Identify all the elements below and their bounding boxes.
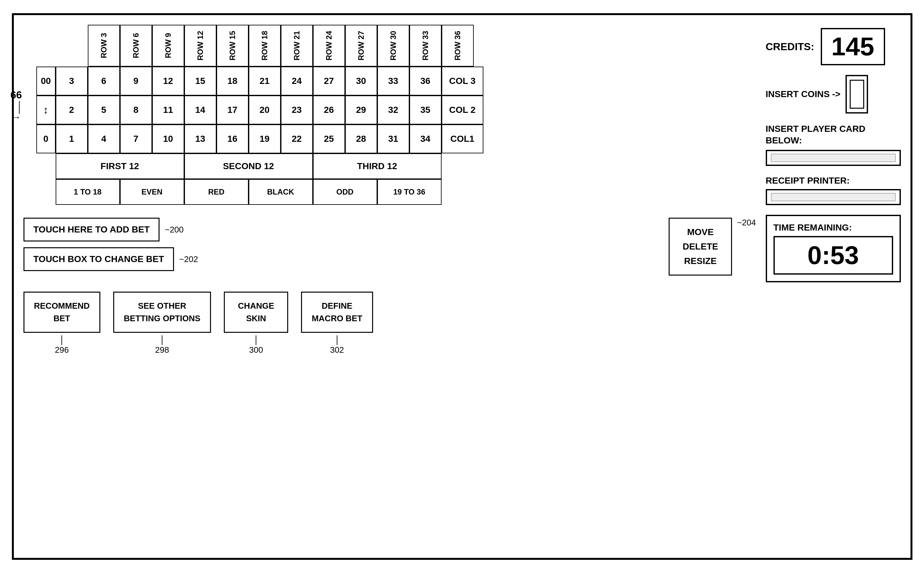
cell-27[interactable]: 27 (313, 67, 345, 96)
cell-32[interactable]: 32 (377, 96, 409, 124)
time-label: TIME REMAINING: (774, 222, 893, 233)
bet-odd[interactable]: ODD (313, 179, 377, 205)
change-skin-wrapper: CHANGESKIN 300 (224, 292, 288, 355)
bet-black[interactable]: BLACK (249, 179, 313, 205)
move-delete-button[interactable]: MOVEDELETERESIZE (669, 218, 732, 276)
touch-change-row: TOUCH BOX TO CHANGE BET ~202 (23, 247, 198, 271)
row-header-18: ROW 18 (249, 25, 281, 67)
outer-frame: 66 → ROW 3 ROW 6 ROW 9 ROW 12 ROW 15 ROW… (12, 13, 912, 560)
cell-18[interactable]: 18 (216, 67, 249, 96)
cell-4[interactable]: 4 (88, 124, 120, 153)
grid-row-col3: 00 3 6 9 12 15 18 21 24 27 30 33 36 COL … (36, 67, 756, 96)
time-value: 0:53 (774, 236, 893, 275)
bet-1to18[interactable]: 1 TO 18 (56, 179, 120, 205)
coin-slot-inner (850, 80, 864, 109)
bet-red[interactable]: RED (184, 179, 249, 205)
cell-30[interactable]: 30 (345, 67, 377, 96)
change-skin-button[interactable]: CHANGESKIN (224, 292, 288, 333)
credits-value: 145 (821, 28, 885, 65)
cell-14[interactable]: 14 (184, 96, 216, 124)
cell-3[interactable]: 3 (56, 67, 88, 96)
insert-coins-section: INSERT COINS -> (766, 75, 901, 114)
bet-19to36[interactable]: 19 TO 36 (377, 179, 442, 205)
row-header-6: ROW 6 (120, 25, 152, 67)
cell-0[interactable]: 0 (36, 124, 56, 153)
second-12[interactable]: SECOND 12 (184, 153, 313, 179)
receipt-printer-section: RECEIPT PRINTER: (766, 175, 901, 205)
cell-5[interactable]: 5 (88, 96, 120, 124)
cell-35[interactable]: 35 (409, 96, 442, 124)
ref-298: 298 (155, 345, 169, 355)
sidebar: CREDITS: 145 INSERT COINS -> INSERT PLAY… (766, 25, 901, 548)
cell-31[interactable]: 31 (377, 124, 409, 153)
cell-20[interactable]: 20 (249, 96, 281, 124)
cell-22[interactable]: 22 (281, 124, 313, 153)
cell-34[interactable]: 34 (409, 124, 442, 153)
row-header-27: ROW 27 (345, 25, 377, 67)
cell-29[interactable]: 29 (345, 96, 377, 124)
row-header-3: ROW 3 (88, 25, 120, 67)
cell-13[interactable]: 13 (184, 124, 216, 153)
receipt-label: RECEIPT PRINTER: (766, 175, 901, 186)
cell-00[interactable]: 00 (36, 67, 56, 96)
row-header-36: ROW 36 (442, 25, 474, 67)
ref-300: 300 (249, 345, 263, 355)
row-header-24: ROW 24 (313, 25, 345, 67)
dozen-row: FIRST 12 SECOND 12 THIRD 12 (56, 153, 756, 179)
cell-15[interactable]: 15 (184, 67, 216, 96)
cell-8[interactable]: 8 (120, 96, 152, 124)
cell-26[interactable]: 26 (313, 96, 345, 124)
cell-21[interactable]: 21 (249, 67, 281, 96)
player-card-label: INSERT PLAYER CARDBELOW: (766, 123, 901, 147)
cell-25[interactable]: 25 (313, 124, 345, 153)
controls-row: TOUCH HERE TO ADD BET ~200 TOUCH BOX TO … (23, 218, 756, 276)
receipt-slot-inner (771, 193, 896, 201)
third-12[interactable]: THIRD 12 (313, 153, 442, 179)
row-header-33: ROW 33 (409, 25, 442, 67)
row-header-15: ROW 15 (216, 25, 249, 67)
see-other-betting-wrapper: SEE OTHERBETTING OPTIONS 298 (113, 292, 211, 355)
col2-label: COL 2 (442, 96, 483, 124)
cell-23[interactable]: 23 (281, 96, 313, 124)
player-card-slot[interactable] (766, 150, 901, 166)
cell-19[interactable]: 19 (249, 124, 281, 153)
coin-slot[interactable] (846, 75, 868, 114)
credits-label: CREDITS: (766, 41, 814, 53)
define-macro-bet-button[interactable]: DEFINEMACRO BET (301, 292, 373, 333)
cell-33[interactable]: 33 (377, 67, 409, 96)
move-delete-row: MOVEDELETERESIZE ~204 (669, 218, 756, 276)
label-66: 66 → (11, 89, 22, 122)
cell-28[interactable]: 28 (345, 124, 377, 153)
time-section: TIME REMAINING: 0:53 (766, 215, 901, 282)
cell-11[interactable]: 11 (152, 96, 184, 124)
see-other-betting-button[interactable]: SEE OTHERBETTING OPTIONS (113, 292, 211, 333)
row-header-12: ROW 12 (184, 25, 216, 67)
touch-add-button[interactable]: TOUCH HERE TO ADD BET (23, 218, 160, 241)
action-buttons-row: RECOMMENDBET 296 SEE OTHERBETTING OPTION… (23, 292, 756, 355)
credits-section: CREDITS: 145 (766, 28, 901, 65)
player-card-slot-inner (771, 154, 896, 162)
cell-10[interactable]: 10 (152, 124, 184, 153)
cell-1[interactable]: 1 (56, 124, 88, 153)
touch-change-button[interactable]: TOUCH BOX TO CHANGE BET (23, 247, 174, 271)
recommend-bet-button[interactable]: RECOMMENDBET (23, 292, 100, 333)
define-macro-bet-wrapper: DEFINEMACRO BET 302 (301, 292, 373, 355)
cell-7[interactable]: 7 (120, 124, 152, 153)
player-card-section: INSERT PLAYER CARDBELOW: (766, 123, 901, 166)
first-12[interactable]: FIRST 12 (56, 153, 184, 179)
cell-6[interactable]: 6 (88, 67, 120, 96)
cell-36[interactable]: 36 (409, 67, 442, 96)
cell-2[interactable]: 2 (56, 96, 88, 124)
row-header-21: ROW 21 (281, 25, 313, 67)
bet-even[interactable]: EVEN (120, 179, 184, 205)
touch-add-row: TOUCH HERE TO ADD BET ~200 (23, 218, 198, 241)
cell-16[interactable]: 16 (216, 124, 249, 153)
cell-24[interactable]: 24 (281, 67, 313, 96)
ref-202: ~202 (179, 254, 198, 264)
cell-arrows[interactable]: ↕ (36, 96, 56, 124)
cell-9[interactable]: 9 (120, 67, 152, 96)
cell-17[interactable]: 17 (216, 96, 249, 124)
ref-296: 296 (55, 345, 69, 355)
cell-12[interactable]: 12 (152, 67, 184, 96)
bet-row: 1 TO 18 EVEN RED BLACK ODD 19 TO 36 (56, 179, 756, 205)
